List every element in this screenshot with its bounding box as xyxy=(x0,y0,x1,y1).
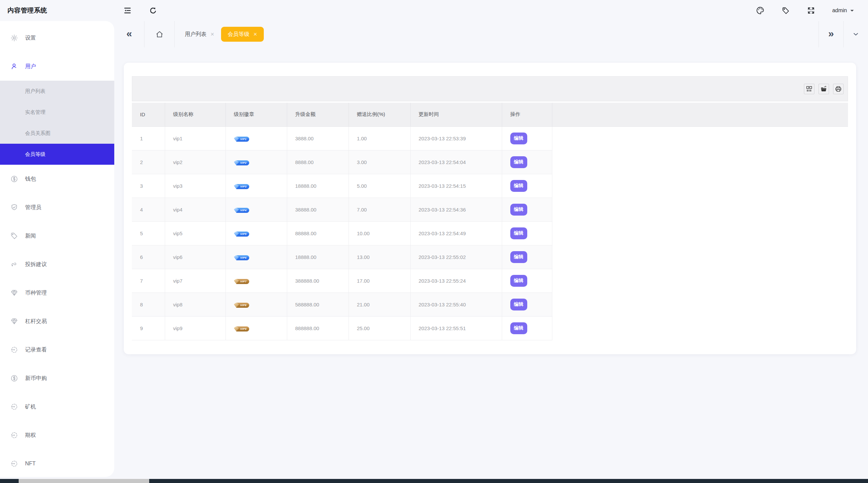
sidebar-item-users[interactable]: 用户 xyxy=(0,52,114,81)
edit-button[interactable]: 编辑 xyxy=(510,299,527,310)
theme-button[interactable] xyxy=(756,6,765,15)
header-left-actions xyxy=(123,6,157,15)
close-icon[interactable]: × xyxy=(211,31,214,37)
level-badge: VIP3 xyxy=(236,184,250,189)
table-row: 2 vip2 VIP2 8888.00 3.00 2023-03-13 22:5… xyxy=(132,150,848,174)
cell-level-badge: VIP1 xyxy=(225,126,287,150)
level-badge: VIP4 xyxy=(236,208,250,213)
cell-actions: 编辑 xyxy=(502,245,552,269)
diamond-icon xyxy=(234,255,239,260)
cell-update-time: 2023-03-13 22:53:39 xyxy=(410,126,502,150)
sidebar-item-mining-machine[interactable]: 矿机 xyxy=(0,393,114,421)
edit-button[interactable]: 编辑 xyxy=(510,156,527,168)
print-icon xyxy=(835,85,842,93)
sidebar-item-label: 投拆建议 xyxy=(25,261,47,268)
diamond-icon xyxy=(234,303,239,308)
user-menu[interactable]: admin xyxy=(832,7,854,14)
edit-button[interactable]: 编辑 xyxy=(510,204,527,216)
sidebar-item-nft[interactable]: NFT xyxy=(0,449,114,477)
tab-user-list[interactable]: 用户列表 × xyxy=(185,31,214,38)
sidebar-collapse-button[interactable] xyxy=(123,6,132,15)
tabstrip-right-actions: » xyxy=(818,21,868,47)
table-row: 9 vip9 VIP9 888888.00 25.00 2023-03-13 2… xyxy=(132,316,848,340)
columns-icon xyxy=(806,85,813,93)
sidebar-item-member-level[interactable]: 会员等级 xyxy=(0,144,114,165)
tabs-scroll-left-button[interactable]: « xyxy=(114,21,144,47)
sidebar-item-new-coin-subscription[interactable]: 新币申购 xyxy=(0,364,114,393)
sidebar-item-label: NFT xyxy=(25,461,36,467)
edit-button[interactable]: 编辑 xyxy=(510,133,527,144)
sidebar-item-options[interactable]: 期权 xyxy=(0,421,114,449)
edit-button[interactable]: 编辑 xyxy=(510,275,527,287)
sidebar-item-feedback[interactable]: 投拆建议 xyxy=(0,250,114,279)
sidebar-item-news[interactable]: 新闻 xyxy=(0,222,114,250)
edit-button[interactable]: 编辑 xyxy=(510,180,527,192)
refresh-button[interactable] xyxy=(149,6,157,15)
cell-actions: 编辑 xyxy=(502,221,552,245)
sidebar-item-label: 矿机 xyxy=(25,403,36,410)
tab-member-level[interactable]: 会员等级 × xyxy=(221,27,264,42)
column-header-gift-ratio: 赠送比例(%) xyxy=(349,103,410,126)
cell-actions: 编辑 xyxy=(502,198,552,221)
cell-upgrade-amount: 18888.00 xyxy=(287,174,349,198)
cell-gift-ratio: 21.00 xyxy=(349,293,410,316)
cell-update-time: 2023-03-13 22:54:04 xyxy=(410,150,502,174)
dollar-circle-icon xyxy=(10,175,18,183)
cell-upgrade-amount: 3888.00 xyxy=(287,126,349,150)
tag-icon xyxy=(782,6,790,15)
close-icon[interactable]: × xyxy=(254,31,257,37)
cell-update-time: 2023-03-13 22:55:24 xyxy=(410,269,502,293)
sidebar-item-label: 管理员 xyxy=(25,204,41,211)
chevrons-right-icon: » xyxy=(828,28,834,39)
table-row: 5 vip5 VIP5 88888.00 10.00 2023-03-13 22… xyxy=(132,221,848,245)
cell-filler xyxy=(552,245,848,269)
print-button[interactable] xyxy=(833,84,844,94)
column-header-level-name: 级别名称 xyxy=(165,103,225,126)
edit-button[interactable]: 编辑 xyxy=(510,251,527,263)
cell-level-badge: VIP8 xyxy=(225,293,287,316)
fullscreen-icon xyxy=(807,6,815,15)
cell-update-time: 2023-03-13 22:54:49 xyxy=(410,221,502,245)
chevron-down-icon xyxy=(852,31,859,38)
badge-label: VIP6 xyxy=(240,256,247,259)
sidebar: 设置 用户 用户列表 实名管理 会员关系图 会员等级 xyxy=(0,21,114,477)
edit-button[interactable]: 编辑 xyxy=(510,227,527,239)
tabs-scroll-right-button[interactable]: » xyxy=(818,21,843,47)
sidebar-item-member-relationship[interactable]: 会员关系图 xyxy=(0,123,114,144)
sidebar-item-administrators[interactable]: 管理员 xyxy=(0,193,114,222)
badge-label: VIP1 xyxy=(240,138,247,141)
fullscreen-button[interactable] xyxy=(807,6,815,15)
table-row: 1 vip1 VIP1 3888.00 1.00 2023-03-13 22:5… xyxy=(132,126,848,150)
cell-filler xyxy=(552,150,848,174)
sidebar-item-wallet[interactable]: 钱包 xyxy=(0,165,114,193)
home-tab-button[interactable] xyxy=(144,21,175,47)
sidebar-item-settings[interactable]: 设置 xyxy=(0,24,114,52)
cell-id: 9 xyxy=(132,316,165,340)
cell-level-name: vip8 xyxy=(165,293,225,316)
export-button[interactable] xyxy=(818,84,829,94)
dashed-circle-icon xyxy=(10,431,18,439)
level-badge: VIP1 xyxy=(236,137,250,142)
scrollbar-thumb[interactable] xyxy=(19,479,149,483)
refresh-icon xyxy=(149,6,157,15)
cell-update-time: 2023-03-13 22:54:15 xyxy=(410,174,502,198)
edit-button[interactable]: 编辑 xyxy=(510,322,527,334)
cell-id: 1 xyxy=(132,126,165,150)
sidebar-item-records[interactable]: 记录查看 xyxy=(0,336,114,364)
sidebar-item-label: 用户 xyxy=(25,63,36,70)
sidebar-item-user-list[interactable]: 用户列表 xyxy=(0,81,114,102)
shield-check-icon xyxy=(10,203,18,212)
tabs-menu-button[interactable] xyxy=(843,21,868,47)
horizontal-scrollbar[interactable] xyxy=(0,479,868,483)
cell-level-name: vip1 xyxy=(165,126,225,150)
dollar-circle-icon xyxy=(10,374,18,382)
sidebar-item-leverage-trading[interactable]: 杠杆交易 xyxy=(0,307,114,336)
sidebar-item-realname-management[interactable]: 实名管理 xyxy=(0,102,114,123)
member-level-table: ID 级别名称 级别徽章 升级金额 赠送比例(%) 更新时间 操作 1 vip1… xyxy=(132,103,848,340)
tag-button[interactable] xyxy=(782,6,790,15)
top-bar: 内容管理系统 xyxy=(0,0,868,21)
sidebar-item-coin-management[interactable]: 币种管理 xyxy=(0,279,114,307)
columns-filter-button[interactable] xyxy=(804,84,814,94)
tab-strip: « 用户列表 × 会员等级 × » xyxy=(114,21,868,47)
diamond-icon xyxy=(234,184,239,189)
